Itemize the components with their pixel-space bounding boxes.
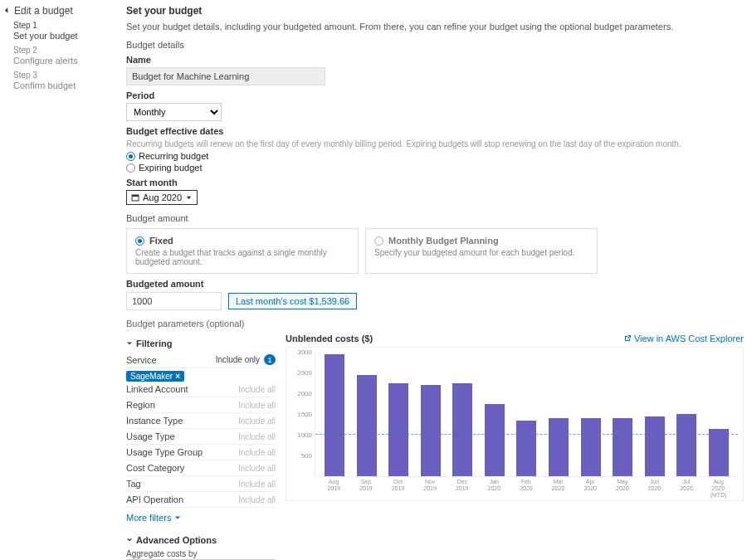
radio-icon — [126, 152, 135, 161]
filter-usage-type[interactable]: Usage TypeInclude all — [126, 429, 276, 445]
last-month-cost[interactable]: Last month's cost $1,539.66 — [228, 293, 357, 309]
card-title: Monthly Budget Planning — [388, 236, 499, 246]
step-name: Set your budget — [13, 31, 113, 41]
period-label: Period — [126, 90, 744, 100]
include-only-label: Include only — [216, 355, 260, 364]
budgeted-amount-input[interactable] — [126, 292, 222, 310]
planning-card[interactable]: Monthly Budget Planning Specify your bud… — [365, 228, 598, 274]
filter-service[interactable]: Service Include only 1 — [126, 352, 276, 368]
expiring-option[interactable]: Expiring budget — [126, 163, 744, 173]
effective-dates-hint: Recurring budgets will renew on the firs… — [126, 139, 744, 149]
back-icon[interactable] — [3, 6, 11, 16]
radio-label: Expiring budget — [139, 163, 202, 173]
caret-down-icon — [174, 514, 181, 521]
filter-tag[interactable]: TagInclude all — [126, 476, 276, 492]
bar — [676, 414, 696, 476]
bar — [357, 375, 377, 477]
remove-icon: × — [175, 372, 180, 381]
main-panel: Set your budget Set your budget details,… — [116, 0, 747, 560]
filter-usage-type-group[interactable]: Usage Type GroupInclude all — [126, 445, 276, 460]
start-month-value: Aug 2020 — [143, 192, 182, 202]
bar — [516, 421, 536, 477]
filter-instance-type[interactable]: Instance TypeInclude all — [126, 413, 276, 429]
caret-down-icon — [185, 194, 193, 202]
service-tag[interactable]: SageMaker × — [126, 371, 184, 382]
step-number: Step 2 — [13, 45, 113, 56]
step-1[interactable]: Step 1 Set your budget — [13, 20, 113, 41]
caret-down-icon — [126, 537, 133, 543]
bar — [645, 416, 665, 477]
bar — [452, 383, 472, 477]
bar — [613, 418, 632, 476]
bar — [388, 383, 408, 477]
card-desc: Create a budget that tracks against a si… — [135, 248, 349, 266]
step-name: Confirm budget — [13, 80, 113, 91]
sidebar-title[interactable]: Edit a budget — [14, 5, 73, 17]
filtering-header[interactable]: Filtering — [126, 338, 276, 348]
card-desc: Specify your budgeted amount for each bu… — [374, 248, 588, 257]
page-subtitle: Set your budget details, including your … — [126, 22, 744, 32]
bar — [485, 404, 505, 477]
section-budget-amount: Budget amount — [126, 213, 744, 223]
radio-icon — [135, 236, 144, 246]
bar — [581, 418, 601, 476]
bar — [709, 429, 729, 477]
card-title: Fixed — [149, 236, 173, 246]
cost-chart: 50010001500200025003000 Aug2019Sep2019Oc… — [286, 347, 744, 501]
start-month-label: Start month — [126, 178, 744, 187]
cost-explorer-link[interactable]: View in AWS Cost Explorer — [623, 334, 744, 343]
budgeted-amount-label: Budgeted amount — [126, 279, 744, 289]
radio-icon — [374, 236, 383, 246]
advanced-options-header[interactable]: Advanced Options — [126, 535, 276, 545]
filter-region[interactable]: RegionInclude all — [126, 397, 276, 413]
filter-cost-category[interactable]: Cost CategoryInclude all — [126, 460, 276, 476]
name-label: Name — [126, 55, 744, 65]
filter-linked-account[interactable]: Linked AccountInclude all — [126, 382, 276, 397]
period-select[interactable]: Monthly — [126, 103, 222, 121]
calendar-icon — [131, 193, 139, 202]
step-number: Step 1 — [13, 20, 113, 31]
more-filters-link[interactable]: More filters — [126, 513, 181, 523]
start-month-picker[interactable]: Aug 2020 — [126, 190, 198, 205]
wizard-sidebar: Edit a budget Step 1 Set your budget Ste… — [0, 0, 116, 560]
filter-api-operation[interactable]: API OperationInclude all — [126, 492, 276, 508]
aggregate-label: Aggregate costs by — [126, 548, 276, 559]
radio-label: Recurring budget — [139, 151, 208, 161]
fixed-card[interactable]: Fixed Create a budget that tracks agains… — [126, 228, 359, 274]
step-number: Step 3 — [13, 70, 113, 80]
service-count-badge: 1 — [264, 354, 276, 365]
step-2[interactable]: Step 2 Configure alerts — [13, 45, 113, 66]
effective-dates-label: Budget effective dates — [126, 126, 744, 136]
recurring-option[interactable]: Recurring budget — [126, 151, 744, 161]
radio-icon — [126, 163, 135, 173]
bar — [421, 385, 441, 476]
step-3[interactable]: Step 3 Confirm budget — [13, 70, 113, 91]
chart-title: Unblended costs ($) — [286, 334, 373, 343]
svg-rect-1 — [132, 195, 139, 197]
name-input[interactable] — [126, 67, 325, 85]
section-budget-details: Budget details — [126, 40, 744, 50]
page-title: Set your budget — [126, 5, 744, 17]
bar — [325, 354, 344, 477]
caret-down-icon — [126, 340, 133, 347]
external-link-icon — [623, 334, 632, 343]
bar — [549, 418, 569, 476]
section-budget-parameters: Budget parameters (optional) — [126, 319, 744, 329]
step-name: Configure alerts — [13, 56, 113, 66]
